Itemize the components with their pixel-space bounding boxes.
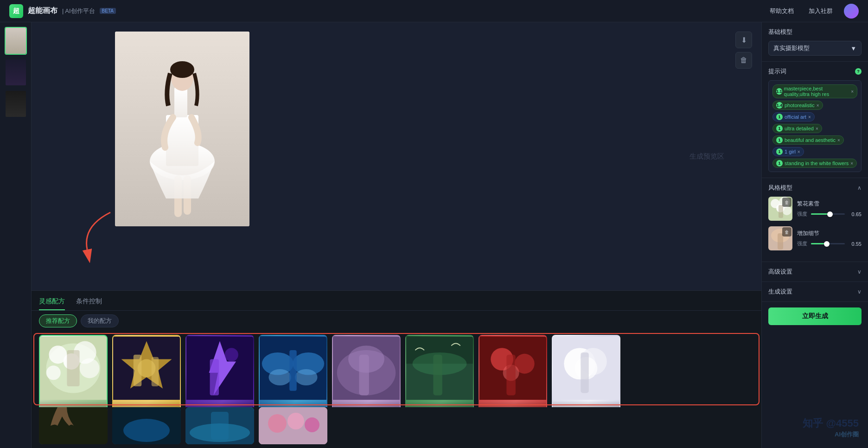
advanced-title: 高级设置 xyxy=(768,268,792,276)
style-card-butterfly-label: 蝶舞 xyxy=(260,401,326,407)
style-card-thunder[interactable]: 雷电元素 xyxy=(185,335,254,407)
style-card-ocean[interactable] xyxy=(185,407,254,444)
svg-point-58 xyxy=(268,414,287,433)
svg-point-26 xyxy=(225,348,238,361)
style-card-desert-label: 沙漠白花 xyxy=(553,401,619,407)
svg-point-16 xyxy=(80,358,100,378)
bottom-tabs: 灵感配方 条件控制 xyxy=(32,291,761,311)
thumbnail-panel xyxy=(0,22,32,448)
style-model-name-1: 繁花素雪 xyxy=(797,200,862,208)
tag-masterpiece[interactable]: 1.1 masterpiece,best quality,ultra high … xyxy=(772,84,857,98)
help-btn[interactable]: 帮助文档 xyxy=(766,5,798,17)
style-card-butterfly[interactable]: 蝶舞 xyxy=(259,335,327,407)
base-model-header: 基础模型 xyxy=(768,28,862,36)
advanced-header[interactable]: 高级设置 ∨ xyxy=(768,268,862,276)
logo: 超 xyxy=(9,4,23,18)
right-panel: 基础模型 真实摄影模型 ▼ 提示词 ? 1.1 masterpiece,best… xyxy=(761,22,868,448)
svg-point-60 xyxy=(305,417,319,432)
style-card-balloon[interactable] xyxy=(259,407,327,444)
chevron-up-icon[interactable]: ∧ xyxy=(857,185,862,191)
avatar[interactable] xyxy=(844,4,859,19)
tag-ultra-detailed[interactable]: 1 ultra detailed × xyxy=(772,124,822,133)
style-card-desert[interactable]: 沙漠白花 xyxy=(552,335,620,407)
sub-tab-mine[interactable]: 我的配方 xyxy=(81,314,119,327)
slider-thumb-1[interactable] xyxy=(827,211,833,217)
app-subtitle: | AI创作平台 xyxy=(62,7,95,15)
generate-settings-header[interactable]: 生成设置 ∨ xyxy=(768,288,862,296)
slider-track-2[interactable] xyxy=(811,243,845,244)
prompt-header: 提示词 ? xyxy=(768,67,862,76)
style-card-golden[interactable]: 荧光碎片 xyxy=(112,335,181,407)
slider-track-1[interactable] xyxy=(811,213,845,215)
tag-standing[interactable]: 1 standing in the white flowers × xyxy=(772,159,857,168)
prompt-info-icon: ? xyxy=(855,68,862,75)
style-card-mermaid[interactable] xyxy=(112,407,181,444)
style-card-rose-label: 光影玫瑰 xyxy=(479,401,546,407)
tags-area[interactable]: 1.1 masterpiece,best quality,ultra high … xyxy=(768,80,862,172)
style-card-rose[interactable]: 光影玫瑰 xyxy=(479,335,547,407)
svg-rect-22 xyxy=(134,355,142,386)
canvas-delete-btn[interactable]: 🗑 xyxy=(735,52,752,69)
style-card-golden-label: 荧光碎片 xyxy=(113,401,180,407)
thumb-3[interactable] xyxy=(5,90,27,118)
bottom-area: 灵感配方 条件控制 推荐配方 我的配方 xyxy=(32,290,761,448)
generate-settings-section: 生成设置 ∨ xyxy=(762,282,868,302)
slider-1: 强度 0.65 xyxy=(797,211,862,218)
style-card-birds[interactable]: 飞鸟丛林 xyxy=(405,335,474,407)
sub-tabs: 推荐配方 我的配方 xyxy=(32,311,761,331)
style-model-delete-2[interactable]: 🗑 xyxy=(782,227,791,237)
svg-rect-66 xyxy=(779,205,783,218)
style-model-item-1: 🗑 繁花素雪 强度 0.65 xyxy=(768,197,862,221)
header-left: 超 超能画布 | AI创作平台 BETA xyxy=(9,4,116,18)
advanced-section: 高级设置 ∨ xyxy=(762,262,868,282)
style-card-misty[interactable]: 雾都恋人 xyxy=(332,335,401,407)
tag-1girl[interactable]: 1 1 girl × xyxy=(772,147,804,156)
style-card-flowers[interactable]: 繁花素雪 xyxy=(39,335,108,407)
download-btn[interactable]: ⬇ xyxy=(735,32,752,48)
style-model-section: 风格模型 ∧ 🗑 繁花素雪 xyxy=(762,178,868,262)
style-model-thumb-1: 🗑 xyxy=(768,197,792,221)
canvas-area: ⬇ 🗑 生成预览区 xyxy=(32,22,761,290)
thumb-1[interactable] xyxy=(5,27,27,55)
style-card-birds-label: 飞鸟丛林 xyxy=(406,401,473,407)
main-image xyxy=(115,32,249,226)
preview-placeholder: 生成预览区 xyxy=(689,152,724,161)
svg-rect-18 xyxy=(67,350,79,386)
svg-point-31 xyxy=(295,369,318,385)
style-grid-row2 xyxy=(32,407,761,448)
style-card-deer[interactable] xyxy=(39,407,108,444)
model-select[interactable]: 真实摄影模型 ▼ xyxy=(768,41,862,56)
style-model-info-2: 增加细节 强度 0.55 xyxy=(797,230,862,247)
svg-rect-56 xyxy=(211,412,229,440)
svg-point-59 xyxy=(287,413,304,429)
tab-recipe[interactable]: 灵感配方 xyxy=(39,294,65,310)
header: 超 超能画布 | AI创作平台 BETA 帮助文档 加入社群 xyxy=(0,0,868,22)
sub-tab-recommend[interactable]: 推荐配方 xyxy=(39,314,77,327)
tag-photorealistic[interactable]: 1.4 photorealistic × xyxy=(772,101,823,110)
svg-rect-45 xyxy=(506,355,515,396)
slider-thumb-2[interactable] xyxy=(824,241,830,247)
generate-button[interactable]: 立即生成 xyxy=(768,307,862,325)
tag-beautiful[interactable]: 1 beautiful and aesthetic × xyxy=(772,135,844,145)
style-model-item-2: 🗑 增加细节 强度 0.55 xyxy=(768,226,862,250)
svg-rect-50 xyxy=(581,352,589,393)
tag-official-art[interactable]: 1 official art × xyxy=(772,112,815,122)
community-btn[interactable]: 加入社群 xyxy=(805,5,836,17)
svg-point-30 xyxy=(268,369,291,385)
center-panel: ⬇ 🗑 生成预览区 灵感配方 条件控制 推荐配方 我的配方 xyxy=(32,22,761,448)
advanced-chevron: ∨ xyxy=(857,269,862,275)
slider-2: 强度 0.55 xyxy=(797,240,862,247)
tab-control[interactable]: 条件控制 xyxy=(76,294,102,310)
svg-point-17 xyxy=(46,365,61,380)
style-card-misty-label: 雾都恋人 xyxy=(333,401,400,407)
svg-point-7 xyxy=(170,61,194,78)
svg-rect-36 xyxy=(359,355,369,396)
generate-settings-chevron: ∨ xyxy=(857,288,862,295)
style-model-name-2: 增加细节 xyxy=(797,230,862,237)
svg-rect-5 xyxy=(174,87,187,117)
style-model-delete-1[interactable]: 🗑 xyxy=(782,198,791,207)
prompt-section: 提示词 ? 1.1 masterpiece,best quality,ultra… xyxy=(762,62,868,178)
main-layout: ⬇ 🗑 生成预览区 灵感配方 条件控制 推荐配方 我的配方 xyxy=(0,22,868,448)
base-model-section: 基础模型 真实摄影模型 ▼ xyxy=(762,22,868,62)
thumb-2[interactable] xyxy=(5,58,27,86)
